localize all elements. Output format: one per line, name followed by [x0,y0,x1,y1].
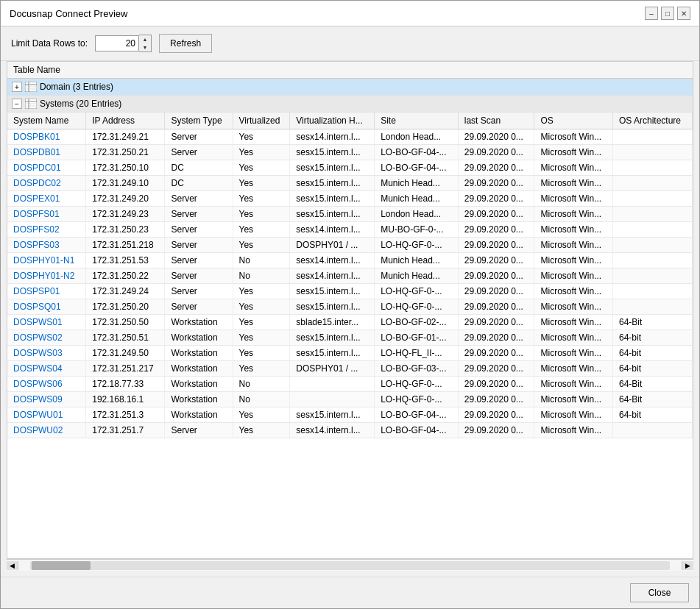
table-cell: LO-HQ-FL_II-... [375,346,459,361]
table-cell: Yes [233,191,290,207]
group-row-systems[interactable]: − Systems (20 Entries) [7,96,693,113]
table-row[interactable]: DOSPHY01-N2172.31.250.22ServerNosesx14.i… [7,268,693,284]
close-button[interactable]: ✕ [677,7,690,20]
col-system-name: System Name [7,113,86,129]
group-label-domain: Domain (3 Entries) [40,82,113,92]
system-name-cell[interactable]: DOSPDC01 [7,160,86,176]
system-name-cell[interactable]: DOSPBK01 [7,129,86,145]
table-row[interactable]: DOSPWU01172.31.251.3WorkstationYessesx15… [7,407,693,423]
table-cell: Microsoft Win... [534,299,613,315]
spinner-down-button[interactable]: ▼ [139,43,151,51]
table-cell: 29.09.2020 0... [458,330,534,346]
table-row[interactable]: DOSPDB01172.31.250.21ServerYessesx15.int… [7,145,693,160]
table-cell: 172.31.251.3 [86,407,165,423]
table-cell: 29.09.2020 0... [458,377,534,392]
table-cell: No [233,392,290,407]
table-row[interactable]: DOSPFS02172.31.250.23ServerYessesx14.int… [7,222,693,238]
table-row[interactable]: DOSPWS01172.31.250.50WorkstationYessblad… [7,315,693,330]
table-row[interactable]: DOSPWS04172.31.251.217WorkstationYesDOSP… [7,361,693,377]
table-cell: Yes [233,346,290,361]
scroll-right-button[interactable]: ▶ [682,561,693,570]
table-cell: LO-BO-GF-04-... [375,423,459,438]
scroll-left-button[interactable]: ◀ [7,561,18,570]
footer-bar: Close [1,577,699,608]
table-cell [612,268,692,284]
table-row[interactable]: DOSPEX01172.31.249.20ServerYessesx15.int… [7,191,693,207]
group-row-domain[interactable]: + Domain (3 Entries) [7,79,693,96]
table-row[interactable]: DOSPDC02172.31.249.10DCYessesx15.intern.… [7,176,693,191]
table-row[interactable]: DOSPWS02172.31.250.51WorkstationYessesx1… [7,330,693,346]
table-row[interactable]: DOSPBK01172.31.249.21ServerYessesx14.int… [7,129,693,145]
table-cell: London Head... [375,207,459,222]
table-row[interactable]: DOSPWU02172.31.251.7ServerYessesx14.inte… [7,423,693,438]
minimize-button[interactable]: – [645,7,658,20]
restore-button[interactable]: □ [661,7,674,20]
table-cell: 29.09.2020 0... [458,145,534,160]
table-cell: No [233,253,290,268]
table-cell: Server [165,222,233,238]
table-cell: LO-BO-GF-04-... [375,145,459,160]
system-name-cell[interactable]: DOSPWU01 [7,407,86,423]
table-cell: Microsoft Win... [534,207,613,222]
table-cell: 29.09.2020 0... [458,253,534,268]
table-cell: 29.09.2020 0... [458,191,534,207]
table-cell: 64-bit [612,361,692,377]
table-cell: Server [165,284,233,299]
table-cell: Workstation [165,407,233,423]
refresh-button[interactable]: Refresh [159,34,212,53]
table-cell: 29.09.2020 0... [458,207,534,222]
col-last-scan: last Scan [458,113,534,129]
system-name-cell[interactable]: DOSPFS03 [7,238,86,253]
table-cell: Workstation [165,392,233,407]
window-title: Docusnap Connect Preview [10,8,127,19]
spinner-buttons: ▲ ▼ [139,35,152,52]
system-name-cell[interactable]: DOSPWU02 [7,423,86,438]
table-cell: 29.09.2020 0... [458,407,534,423]
table-cell: 64-bit [612,330,692,346]
system-name-cell[interactable]: DOSPHY01-N2 [7,268,86,284]
system-name-cell[interactable]: DOSPSP01 [7,284,86,299]
table-cell: 172.18.77.33 [86,377,165,392]
horizontal-scrollbar[interactable]: ◀ ▶ [7,559,693,571]
table-row[interactable]: DOSPDC01172.31.250.10DCYessesx15.intern.… [7,160,693,176]
table-row[interactable]: DOSPWS03172.31.249.50WorkstationYessesx1… [7,346,693,361]
table-cell: 29.09.2020 0... [458,284,534,299]
expand-domain-button[interactable]: + [12,82,22,92]
table-row[interactable]: DOSPWS06172.18.77.33WorkstationNoLO-HQ-G… [7,377,693,392]
table-row[interactable]: DOSPSQ01172.31.250.20ServerYessesx15.int… [7,299,693,315]
table-row[interactable]: DOSPSP01172.31.249.24ServerYessesx15.int… [7,284,693,299]
limit-input[interactable] [95,35,139,51]
table-cell: 64-bit [612,346,692,361]
table-cell: 172.31.251.218 [86,238,165,253]
table-cell: Yes [233,299,290,315]
table-cell: Microsoft Win... [534,377,613,392]
system-name-cell[interactable]: DOSPDC02 [7,176,86,191]
table-cell: sesx15.intern.l... [290,299,375,315]
system-name-cell[interactable]: DOSPWS01 [7,315,86,330]
system-name-cell[interactable]: DOSPHY01-N1 [7,253,86,268]
table-row[interactable]: DOSPHY01-N1172.31.251.53ServerNosesx14.i… [7,253,693,268]
close-dialog-button[interactable]: Close [630,583,689,602]
table-row[interactable]: DOSPFS03172.31.251.218ServerYesDOSPHY01 … [7,238,693,253]
system-name-cell[interactable]: DOSPWS04 [7,361,86,377]
system-name-cell[interactable]: DOSPWS02 [7,330,86,346]
table-cell: sesx15.intern.l... [290,407,375,423]
expand-systems-button[interactable]: − [12,99,22,109]
system-name-cell[interactable]: DOSPEX01 [7,191,86,207]
system-name-cell[interactable]: DOSPWS09 [7,392,86,407]
col-system-type: System Type [165,113,233,129]
spinner-up-button[interactable]: ▲ [139,35,151,43]
system-name-cell[interactable]: DOSPWS03 [7,346,86,361]
system-name-cell[interactable]: DOSPFS01 [7,207,86,222]
table-row[interactable]: DOSPWS09192.168.16.1WorkstationNoLO-HQ-G… [7,392,693,407]
table-cell: sblade15.inter... [290,315,375,330]
scrollbar-thumb[interactable] [32,561,91,570]
table-cell: Microsoft Win... [534,392,613,407]
system-name-cell[interactable]: DOSPSQ01 [7,299,86,315]
table-row[interactable]: DOSPFS01172.31.249.23ServerYessesx15.int… [7,207,693,222]
table-cell: Workstation [165,330,233,346]
system-name-cell[interactable]: DOSPFS02 [7,222,86,238]
table-cell [612,222,692,238]
system-name-cell[interactable]: DOSPWS06 [7,377,86,392]
system-name-cell[interactable]: DOSPDB01 [7,145,86,160]
